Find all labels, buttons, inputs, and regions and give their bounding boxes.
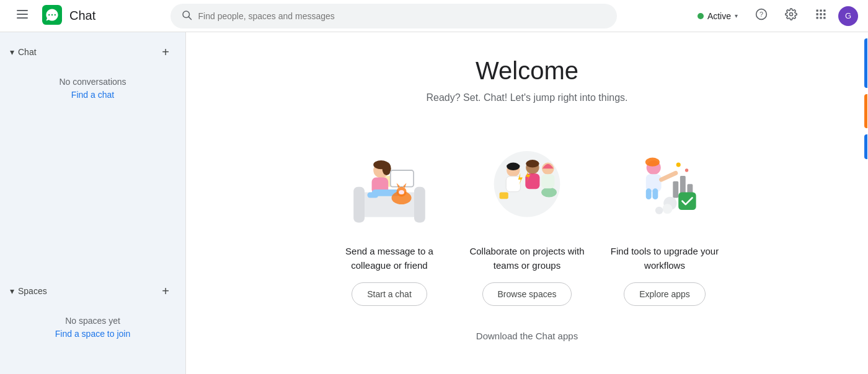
no-conversations-text: No conversations <box>10 77 175 87</box>
topbar-right: Active ▾ ? G <box>691 4 858 28</box>
svg-rect-2 <box>17 17 28 19</box>
topbar-left: Chat <box>10 4 95 28</box>
status-button[interactable]: Active ▾ <box>691 7 744 25</box>
svg-rect-14 <box>817 13 818 15</box>
svg-rect-50 <box>646 188 652 199</box>
cards-row: Send a message to a colleague or friend … <box>330 133 724 306</box>
welcome-title: Welcome <box>476 57 578 85</box>
chat-section-title: ▾ Chat <box>10 47 37 57</box>
welcome-subtitle: Ready? Set. Chat! Let's jump right into … <box>426 92 627 103</box>
svg-rect-1 <box>17 14 28 15</box>
svg-rect-29 <box>367 193 378 198</box>
svg-point-6 <box>55 14 56 15</box>
svg-point-26 <box>382 162 391 175</box>
explore-apps-card: Find tools to upgrade your workflows Exp… <box>606 133 724 306</box>
spaces-section-title: ▾ Spaces <box>10 286 47 296</box>
app-logo <box>42 5 62 27</box>
svg-point-38 <box>507 163 520 170</box>
svg-rect-11 <box>817 10 818 12</box>
gear-icon <box>785 8 797 24</box>
svg-rect-15 <box>820 13 822 15</box>
start-chat-button[interactable]: Start a chat <box>352 282 427 306</box>
svg-rect-30 <box>391 170 414 187</box>
svg-point-44 <box>541 188 557 198</box>
svg-rect-22 <box>414 187 425 223</box>
start-chat-card-text: Send a message to a colleague or friend <box>330 245 448 272</box>
svg-rect-12 <box>820 10 822 12</box>
start-chat-illustration <box>334 133 445 232</box>
chevron-down-icon: ▾ <box>735 12 738 19</box>
browse-spaces-card: Collaborate on projects with teams or gr… <box>468 133 586 306</box>
menu-button[interactable] <box>10 4 35 28</box>
svg-point-58 <box>662 204 672 214</box>
search-bar[interactable] <box>170 4 617 28</box>
svg-point-4 <box>48 14 50 15</box>
app-title: Chat <box>69 9 95 23</box>
svg-point-41 <box>526 160 539 167</box>
svg-rect-18 <box>820 17 822 19</box>
svg-point-60 <box>676 163 681 167</box>
svg-rect-56 <box>678 193 696 210</box>
svg-point-35 <box>399 190 404 194</box>
browse-spaces-card-text: Collaborate on projects with teams or gr… <box>468 245 586 272</box>
sidebar: ▾ Chat + No conversations Find a chat ▾ … <box>0 32 186 374</box>
svg-line-52 <box>662 173 676 180</box>
svg-rect-39 <box>506 176 520 192</box>
explore-apps-card-text: Find tools to upgrade your workflows <box>606 245 724 272</box>
download-title: Download the Chat apps <box>476 331 578 341</box>
help-button[interactable]: ? <box>749 4 774 28</box>
svg-rect-0 <box>17 10 28 11</box>
settings-button[interactable] <box>779 4 804 28</box>
spaces-section: ▾ Spaces + No spaces yet Find a space to… <box>0 271 185 349</box>
no-spaces-text: No spaces yet <box>10 316 175 326</box>
chat-section-header[interactable]: ▾ Chat + <box>0 37 185 67</box>
explore-apps-button[interactable]: Explore apps <box>624 282 706 306</box>
add-space-button[interactable]: + <box>156 281 175 301</box>
download-section: Download the Chat apps <box>476 331 578 351</box>
chat-section: ▾ Chat + No conversations Find a chat <box>0 32 185 110</box>
svg-point-61 <box>685 168 688 172</box>
find-space-link[interactable]: Find a space to join <box>55 329 130 339</box>
svg-rect-13 <box>823 10 825 12</box>
svg-rect-21 <box>353 187 365 223</box>
svg-text:?: ? <box>760 11 763 18</box>
svg-rect-19 <box>823 17 825 19</box>
browse-spaces-illustration <box>471 133 583 232</box>
search-input[interactable] <box>198 11 606 21</box>
svg-line-8 <box>188 17 191 19</box>
svg-rect-46 <box>541 174 554 188</box>
svg-rect-43 <box>500 193 508 199</box>
content-area: Welcome Ready? Set. Chat! Let's jump rig… <box>186 32 868 374</box>
browse-spaces-button[interactable]: Browse spaces <box>482 282 572 306</box>
menu-icon <box>17 9 28 23</box>
find-chat-link[interactable]: Find a chat <box>71 90 114 100</box>
spaces-chevron-icon: ▾ <box>10 286 14 296</box>
spaces-section-header[interactable]: ▾ Spaces + <box>0 276 185 306</box>
svg-rect-53 <box>673 181 678 198</box>
explore-apps-illustration <box>609 133 720 232</box>
help-icon: ? <box>755 8 768 24</box>
svg-rect-17 <box>817 17 818 19</box>
add-chat-button[interactable]: + <box>156 42 175 62</box>
svg-rect-51 <box>652 188 658 199</box>
svg-point-59 <box>655 207 663 214</box>
svg-point-5 <box>51 14 53 15</box>
avatar[interactable]: G <box>838 6 858 26</box>
chevron-icon: ▾ <box>10 47 14 57</box>
status-dot <box>698 13 704 19</box>
svg-point-48 <box>645 158 660 167</box>
topbar: Chat Active ▾ ? G <box>0 0 868 32</box>
search-icon <box>181 9 192 23</box>
apps-button[interactable] <box>808 4 833 28</box>
chat-empty-state: No conversations Find a chat <box>0 67 185 105</box>
spaces-empty-state: No spaces yet Find a space to join <box>0 306 185 344</box>
main-layout: ▾ Chat + No conversations Find a chat ▾ … <box>0 32 868 374</box>
apps-icon <box>815 8 827 24</box>
svg-rect-16 <box>823 13 825 15</box>
status-label: Active <box>707 11 731 21</box>
start-chat-card: Send a message to a colleague or friend … <box>330 133 448 306</box>
